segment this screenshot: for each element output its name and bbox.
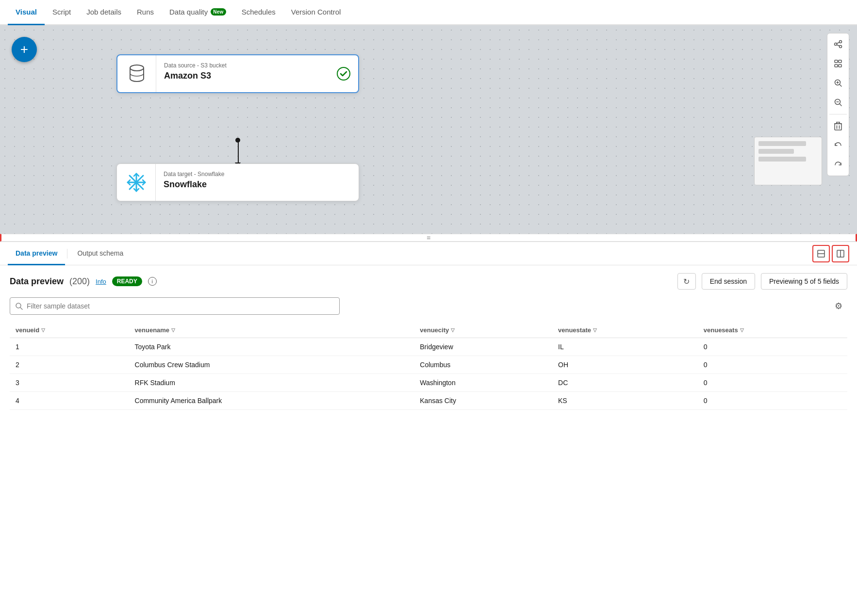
- canvas-toolbar: [827, 33, 849, 176]
- cell-venuecity: Bridgeview: [414, 338, 552, 356]
- svg-line-24: [840, 85, 842, 87]
- panel-split-vertical-button[interactable]: [832, 245, 849, 262]
- cell-venuename: RFK Stadium: [129, 374, 414, 392]
- tab-runs[interactable]: Runs: [129, 0, 162, 25]
- data-table: venueid ▽ venuename ▽ venuecity ▽: [10, 323, 847, 410]
- end-session-button[interactable]: End session: [702, 273, 755, 290]
- search-box[interactable]: [10, 297, 340, 315]
- table-header: venueid ▽ venuename ▽ venuecity ▽: [10, 323, 847, 338]
- tab-script[interactable]: Script: [45, 0, 79, 25]
- cell-venuename: Toyota Park: [129, 338, 414, 356]
- svg-line-18: [837, 45, 840, 46]
- table-row: 1Toyota ParkBridgeviewIL0: [10, 338, 847, 356]
- cell-venuecity: Columbus: [414, 356, 552, 374]
- previewing-fields-button[interactable]: Previewing 5 of 5 fields: [761, 273, 847, 290]
- redo-icon: [834, 161, 842, 169]
- tab-schedules-label: Schedules: [242, 8, 276, 16]
- col-header-venuestate[interactable]: venuestate ▽: [552, 323, 698, 338]
- tab-data-quality[interactable]: Data quality New: [162, 0, 234, 25]
- zoom-in-button[interactable]: [829, 74, 847, 92]
- resize-handle[interactable]: ≡: [0, 234, 857, 242]
- delete-button[interactable]: [829, 117, 847, 135]
- cell-venueid: 1: [10, 338, 129, 356]
- cell-venuestate: DC: [552, 374, 698, 392]
- zoom-in-icon: [834, 79, 842, 87]
- svg-rect-21: [835, 65, 838, 67]
- fit-view-icon: [834, 59, 842, 68]
- col-header-venuecity[interactable]: venuecity ▽: [414, 323, 552, 338]
- refresh-icon: ↻: [683, 277, 690, 286]
- snowflake-icon: [126, 172, 147, 193]
- cell-venuestate: KS: [552, 392, 698, 410]
- resize-icon: ≡: [427, 234, 430, 242]
- cell-venueseats: 0: [698, 374, 847, 392]
- cell-venueseats: 0: [698, 392, 847, 410]
- subtab-data-preview-label: Data preview: [16, 249, 57, 257]
- share-button[interactable]: [829, 35, 847, 53]
- sort-icon-venuestate: ▽: [593, 327, 597, 333]
- cell-venuename: Columbus Crew Stadium: [129, 356, 414, 374]
- cell-venuecity: Washington: [414, 374, 552, 392]
- tab-visual[interactable]: Visual: [8, 0, 45, 25]
- table-settings-button[interactable]: ⚙: [830, 297, 847, 315]
- tab-version-control[interactable]: Version Control: [283, 0, 349, 25]
- tab-job-details-label: Job details: [86, 8, 121, 16]
- search-icon: [15, 302, 23, 310]
- svg-point-14: [840, 41, 842, 43]
- subtab-output-schema[interactable]: Output schema: [69, 243, 131, 265]
- svg-line-42: [20, 308, 22, 309]
- table-header-row: venueid ▽ venuename ▽ venuecity ▽: [10, 323, 847, 338]
- trash-icon: [834, 122, 842, 130]
- panel-split-horizontal-button[interactable]: [812, 245, 830, 262]
- col-header-venueseats[interactable]: venueseats ▽: [698, 323, 847, 338]
- s3-node-content: Data source - S3 bucket Amazon S3: [156, 55, 329, 92]
- toolbar-divider-1: [829, 114, 847, 114]
- redo-button[interactable]: [829, 156, 847, 174]
- undo-icon: [834, 141, 842, 150]
- undo-button[interactable]: [829, 137, 847, 154]
- svg-point-15: [840, 46, 842, 48]
- add-icon: +: [20, 42, 28, 57]
- refresh-button[interactable]: ↻: [677, 273, 696, 290]
- svg-rect-22: [839, 65, 841, 67]
- svg-line-28: [840, 104, 842, 106]
- sort-icon-venuename: ▽: [171, 327, 175, 333]
- data-quality-badge: New: [211, 8, 226, 16]
- status-info-icon[interactable]: i: [148, 277, 157, 286]
- tab-bar: Visual Script Job details Runs Data qual…: [0, 0, 857, 25]
- svg-point-16: [835, 43, 837, 46]
- add-node-button[interactable]: +: [12, 37, 37, 62]
- share-icon: [834, 40, 842, 49]
- s3-node[interactable]: Data source - S3 bucket Amazon S3: [116, 54, 359, 93]
- col-header-venueid[interactable]: venueid ▽: [10, 323, 129, 338]
- search-input[interactable]: [27, 302, 334, 310]
- fit-view-button[interactable]: [829, 55, 847, 72]
- minimap-panel: [754, 137, 822, 185]
- snowflake-node[interactable]: Data target - Snowflake Snowflake: [116, 163, 359, 201]
- table-row: 4Community America BallparkKansas CityKS…: [10, 392, 847, 410]
- svg-rect-19: [835, 60, 838, 63]
- cell-venuecity: Kansas City: [414, 392, 552, 410]
- preview-title: Data preview: [10, 276, 64, 287]
- preview-header: Data preview (200) Info READY i ↻ End se…: [10, 273, 847, 290]
- cell-venueseats: 0: [698, 338, 847, 356]
- tab-job-details[interactable]: Job details: [79, 0, 129, 25]
- snowflake-node-subtitle: Data target - Snowflake: [164, 171, 351, 178]
- svg-line-17: [837, 42, 840, 44]
- zoom-out-button[interactable]: [829, 94, 847, 111]
- cell-venuestate: IL: [552, 338, 698, 356]
- col-header-venuename[interactable]: venuename ▽: [129, 323, 414, 338]
- snowflake-node-title: Snowflake: [164, 179, 351, 190]
- zoom-out-icon: [834, 98, 842, 107]
- subtab-data-preview[interactable]: Data preview: [8, 243, 65, 265]
- sub-tab-actions: [812, 245, 849, 262]
- ready-badge: READY: [112, 276, 142, 286]
- tab-schedules[interactable]: Schedules: [234, 0, 283, 25]
- cell-venueseats: 0: [698, 356, 847, 374]
- cell-venueid: 2: [10, 356, 129, 374]
- canvas-area: + Data source - S3 bucket Amazon S3: [0, 25, 857, 234]
- tab-script-label: Script: [52, 8, 71, 16]
- info-link[interactable]: Info: [96, 278, 106, 285]
- cell-venueid: 4: [10, 392, 129, 410]
- s3-bucket-icon: [126, 63, 148, 84]
